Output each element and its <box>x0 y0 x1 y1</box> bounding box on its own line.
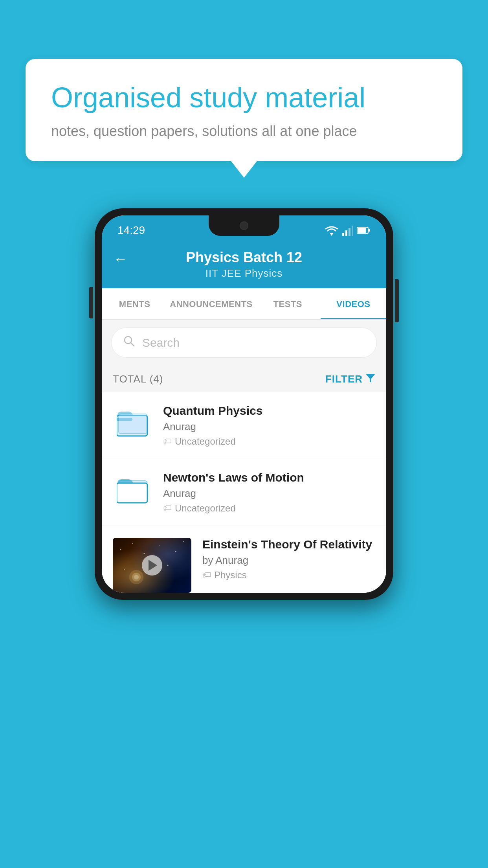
video-title: Einstein's Theory Of Relativity <box>202 538 375 551</box>
tab-ments[interactable]: MENTS <box>102 288 167 319</box>
video-title: Newton's Laws of Motion <box>163 471 375 484</box>
svg-line-9 <box>131 343 134 346</box>
folder-icon <box>113 404 152 443</box>
svg-point-19 <box>144 553 145 554</box>
app-header: ← Physics Batch 12 IIT JEE Physics <box>102 242 386 288</box>
list-item[interactable]: Quantum Physics Anurag 🏷 Uncategorized <box>102 392 386 459</box>
status-time: 14:29 <box>117 224 145 237</box>
video-info: Newton's Laws of Motion Anurag 🏷 Uncateg… <box>163 471 375 514</box>
svg-point-22 <box>183 541 184 542</box>
search-input-wrap[interactable]: Search <box>111 327 377 358</box>
tab-tests[interactable]: TESTS <box>255 288 321 319</box>
list-item[interactable]: Einstein's Theory Of Relativity by Anura… <box>102 526 386 593</box>
video-info: Einstein's Theory Of Relativity by Anura… <box>202 538 375 581</box>
back-button[interactable]: ← <box>114 251 128 267</box>
video-author: Anurag <box>163 421 375 433</box>
notch <box>209 215 279 236</box>
phone-frame: 14:29 <box>95 208 393 600</box>
svg-point-20 <box>160 545 160 546</box>
header-title: Physics Batch 12 <box>186 249 302 266</box>
phone-wrapper: 14:29 <box>95 208 393 600</box>
svg-point-21 <box>175 551 176 552</box>
total-count: TOTAL (4) <box>113 373 163 385</box>
speech-bubble-title: Organised study material <box>51 81 437 114</box>
tag-icon: 🏷 <box>202 570 211 580</box>
svg-point-23 <box>124 569 125 570</box>
svg-marker-0 <box>330 233 334 236</box>
speech-bubble-subtitle: notes, question papers, solutions all at… <box>51 123 437 140</box>
filter-label: FILTER <box>325 373 363 385</box>
battery-icon <box>357 226 371 234</box>
video-tag: 🏷 Physics <box>202 570 375 581</box>
status-icons <box>325 225 371 236</box>
video-title: Quantum Physics <box>163 404 375 417</box>
svg-rect-4 <box>352 226 353 236</box>
search-placeholder-text: Search <box>142 336 180 349</box>
tag-icon: 🏷 <box>163 436 172 447</box>
svg-rect-3 <box>349 228 350 236</box>
video-tag: 🏷 Uncategorized <box>163 436 375 447</box>
tag-label: Uncategorized <box>175 436 236 447</box>
list-item[interactable]: Newton's Laws of Motion Anurag 🏷 Uncateg… <box>102 459 386 526</box>
video-tag: 🏷 Uncategorized <box>163 503 375 514</box>
svg-point-18 <box>132 543 133 544</box>
tabs-bar: MENTS ANNOUNCEMENTS TESTS VIDEOS <box>102 288 386 320</box>
tag-label: Uncategorized <box>175 503 236 514</box>
svg-point-24 <box>167 565 169 566</box>
tab-videos[interactable]: VIDEOS <box>321 288 386 319</box>
header-subtitle: IIT JEE Physics <box>205 267 283 280</box>
filter-icon <box>366 373 375 385</box>
play-button[interactable] <box>142 555 162 576</box>
tag-icon: 🏷 <box>163 503 172 513</box>
speech-bubble-container: Organised study material notes, question… <box>26 59 462 161</box>
search-icon <box>123 335 135 350</box>
svg-marker-10 <box>366 374 375 383</box>
speech-bubble: Organised study material notes, question… <box>26 59 462 161</box>
play-triangle-icon <box>149 560 157 571</box>
filter-bar: TOTAL (4) FILTER <box>102 366 386 392</box>
video-info: Quantum Physics Anurag 🏷 Uncategorized <box>163 404 375 447</box>
svg-rect-16 <box>117 483 147 503</box>
svg-rect-6 <box>358 228 366 233</box>
video-author: by Anurag <box>202 554 375 566</box>
video-author: Anurag <box>163 487 375 500</box>
svg-rect-1 <box>342 233 344 236</box>
svg-point-17 <box>120 549 121 550</box>
video-list: Quantum Physics Anurag 🏷 Uncategorized <box>102 392 386 593</box>
svg-rect-14 <box>119 414 147 434</box>
folder-icon <box>113 471 152 510</box>
video-thumbnail <box>113 538 191 593</box>
tag-label: Physics <box>214 570 247 581</box>
phone-inner: 14:29 <box>102 215 386 593</box>
svg-rect-7 <box>369 229 370 232</box>
front-camera <box>240 221 248 230</box>
svg-point-27 <box>134 575 139 579</box>
tab-announcements[interactable]: ANNOUNCEMENTS <box>167 288 255 319</box>
svg-rect-2 <box>345 230 347 236</box>
signal-icon <box>342 225 353 236</box>
filter-button[interactable]: FILTER <box>325 373 375 385</box>
search-container: Search <box>102 320 386 366</box>
wifi-icon <box>325 225 338 236</box>
